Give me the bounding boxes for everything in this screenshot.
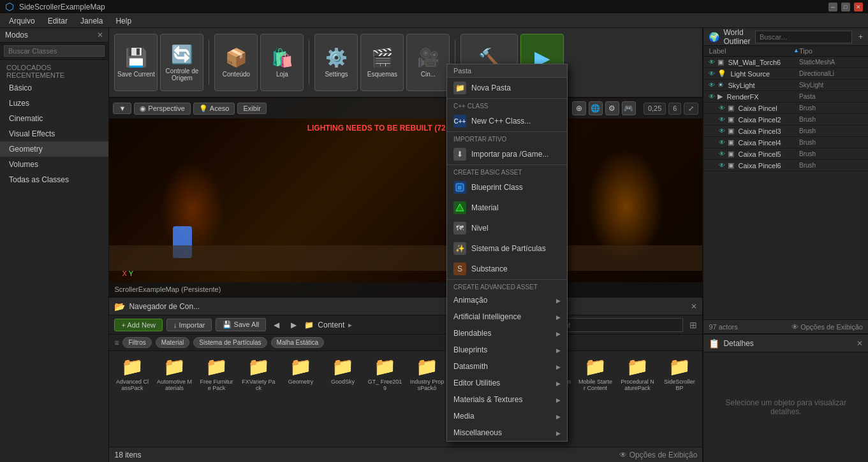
- store-button[interactable]: 🛍️ Loja: [260, 34, 304, 91]
- menu-animacao[interactable]: Animação: [447, 292, 567, 308]
- outliner-item[interactable]: 👁 ▣ Caixa Pincel3 Brush: [703, 126, 868, 137]
- filters-button[interactable]: Filtros: [122, 337, 151, 348]
- nav-geometry[interactable]: Geometry: [0, 141, 108, 157]
- minimize-button[interactable]: ─: [828, 3, 837, 11]
- save-current-button[interactable]: 💾 Save Current: [114, 34, 158, 91]
- menu-blueprint-class[interactable]: B Blueprint Class: [447, 177, 567, 198]
- maximize-button[interactable]: □: [841, 3, 850, 11]
- menu-particles[interactable]: ✨ Sistema de Partículas: [447, 238, 567, 259]
- folder-icon: 📁: [163, 356, 186, 377]
- menu-ai[interactable]: Artificial Intelligence: [447, 308, 567, 325]
- folder-label: Mobile Starter Content: [577, 379, 613, 391]
- folder-icon: 📁: [290, 356, 312, 377]
- close-panel-icon[interactable]: ✕: [97, 31, 103, 40]
- outliner-item[interactable]: 👁 ▶ RenderFX Pasta: [703, 91, 868, 103]
- folder-automotive-materials[interactable]: 📁 Automotive Materials: [156, 356, 192, 391]
- outliner-add-icon[interactable]: +: [858, 32, 863, 41]
- menu-janela[interactable]: Janela: [74, 15, 109, 27]
- nav-basic[interactable]: Básico: [0, 80, 108, 96]
- cinematics-button[interactable]: 🎥 Cin...: [406, 34, 450, 91]
- class-search-bar: [0, 43, 108, 60]
- nivel-icon: 🗺: [453, 222, 466, 235]
- menu-media[interactable]: Media: [447, 408, 567, 424]
- dropdown-menu[interactable]: Pasta 📁 Nova Pasta C++ Class C++ New C++…: [446, 64, 568, 442]
- viewport-icon-3[interactable]: ⚙: [605, 101, 619, 115]
- menu-blendables[interactable]: Blendables: [447, 325, 567, 342]
- add-new-button[interactable]: + Add New: [114, 319, 163, 331]
- details-icon: 📋: [709, 338, 719, 349]
- blueprints-icon: 🎬: [371, 47, 394, 68]
- blueprints-adv-label: Blueprints: [453, 345, 487, 354]
- folder-mobile-starter[interactable]: 📁 Mobile Starter Content: [577, 356, 613, 391]
- outliner-view-options[interactable]: 👁 Opções de Exibição: [791, 323, 863, 331]
- filters-icon: ≡: [114, 338, 119, 347]
- viewport-icon-4[interactable]: 🎮: [622, 101, 636, 115]
- perspective-button[interactable]: ◉ Perspective: [134, 103, 190, 115]
- nav-vfx[interactable]: Visual Effects: [0, 126, 108, 141]
- menu-datasmith[interactable]: Datasmith: [447, 358, 567, 375]
- settings-label: Settings: [325, 71, 348, 78]
- nav-lights[interactable]: Luzes: [0, 96, 108, 111]
- menu-help[interactable]: Help: [109, 15, 138, 27]
- filter-particles[interactable]: Sistema de Partículas: [193, 337, 267, 348]
- menu-nova-pasta[interactable]: 📁 Nova Pasta: [447, 78, 567, 98]
- outliner-search-input[interactable]: [755, 31, 852, 43]
- nav-back-button[interactable]: ◀: [270, 319, 283, 331]
- close-content-browser-icon[interactable]: ✕: [691, 302, 697, 311]
- menu-substance[interactable]: S Substance: [447, 259, 567, 279]
- menu-miscellaneous[interactable]: Miscellaneous: [447, 424, 567, 441]
- viewport-icon-1[interactable]: ⊕: [572, 101, 586, 115]
- menu-materials-textures[interactable]: Materials & Textures: [447, 391, 567, 408]
- aceso-button[interactable]: 💡 Aceso: [193, 103, 235, 115]
- nav-cinematic[interactable]: Cinematic: [0, 111, 108, 126]
- folder-sidescroller-bp[interactable]: 📁 SideScroller BP: [661, 356, 697, 391]
- folder-advanced-classpack[interactable]: 📁 Advanced ClassPack: [114, 356, 150, 391]
- outliner-item[interactable]: 👁 ▣ Caixa Pincel4 Brush: [703, 137, 868, 148]
- outliner-item[interactable]: 👁 ▣ Caixa Pincel5 Brush: [703, 148, 868, 160]
- close-details-icon[interactable]: ✕: [857, 339, 863, 348]
- outliner-item[interactable]: 👁 ▣ Caixa Pincel2 Brush: [703, 114, 868, 126]
- folder-fxvariety[interactable]: 📁 FXVariety Pack: [240, 356, 276, 391]
- nav-forward-button[interactable]: ▶: [287, 319, 300, 331]
- blueprints-button[interactable]: 🎬 Esquemas: [360, 34, 404, 91]
- view-options-button[interactable]: 👁 Opções de Exibição: [619, 451, 697, 459]
- settings-button[interactable]: ⚙️ Settings: [314, 34, 358, 91]
- folder-icon: 📁: [121, 356, 143, 377]
- menu-material[interactable]: Material: [447, 198, 567, 218]
- menu-arquivo[interactable]: Arquivo: [3, 15, 41, 27]
- source-control-button[interactable]: 🔄 Controle de Origem: [160, 34, 203, 91]
- menu-new-cpp[interactable]: C++ New C++ Class...: [447, 111, 567, 131]
- folder-gt-free2019[interactable]: 📁 GT_ Free2019: [367, 356, 402, 391]
- outliner-item[interactable]: 👁 ▣ Caixa Pincel6 Brush: [703, 160, 868, 171]
- nav-all-classes[interactable]: Todas as Classes: [0, 172, 108, 187]
- filter-material[interactable]: Material: [156, 337, 190, 348]
- viewport-expand-icon[interactable]: ⤢: [684, 103, 698, 115]
- outliner-item[interactable]: 👁 💡 Light Source DirectionalLi: [703, 68, 868, 80]
- folder-goodsky[interactable]: 📁 GoodSky: [325, 356, 360, 385]
- menu-importar[interactable]: ⬇ Importar para /Game...: [447, 144, 567, 164]
- filter-mesh[interactable]: Malha Estática: [271, 337, 325, 348]
- outliner-item[interactable]: 👁 ▣ Caixa Pincel Brush: [703, 103, 868, 114]
- outliner-item[interactable]: 👁 ▣ SM_Wall_Torch6 StaticMeshA: [703, 57, 868, 68]
- folder-free-furniture[interactable]: 📁 Free Furniture Pack: [198, 356, 234, 391]
- folder-industry-props[interactable]: 📁 Industry PropsPackó: [409, 356, 445, 391]
- folder-procedural-nature[interactable]: 📁 Procedural NaturePack: [619, 356, 655, 391]
- menu-blueprints[interactable]: Blueprints: [447, 342, 567, 358]
- save-all-button[interactable]: 💾 Save All: [216, 318, 266, 331]
- viewport-menu-button[interactable]: ▼: [113, 103, 131, 114]
- menubar: Arquivo Editar Janela Help: [0, 14, 868, 28]
- menu-nivel[interactable]: 🗺 Nivel: [447, 218, 567, 238]
- exibir-button[interactable]: Exibir: [237, 103, 267, 114]
- folder-geometry[interactable]: 📁 Geometry: [283, 356, 318, 385]
- outliner-item[interactable]: 👁 ☀ SkyLight SkyLight: [703, 80, 868, 91]
- class-search-input[interactable]: [4, 45, 105, 57]
- menu-editor-utilities[interactable]: Editor Utilities: [447, 375, 567, 391]
- import-button[interactable]: ↓ Importar: [166, 319, 212, 331]
- menu-editar[interactable]: Editar: [41, 15, 74, 27]
- viewport-icon-2[interactable]: 🌐: [589, 101, 603, 115]
- close-button[interactable]: ✕: [854, 3, 863, 11]
- nav-volumes[interactable]: Volumes: [0, 157, 108, 172]
- visibility-icon: 👁: [709, 93, 715, 100]
- content-button[interactable]: 📦 Conteúdo: [214, 34, 258, 91]
- content-options-icon[interactable]: ⊞: [689, 320, 697, 330]
